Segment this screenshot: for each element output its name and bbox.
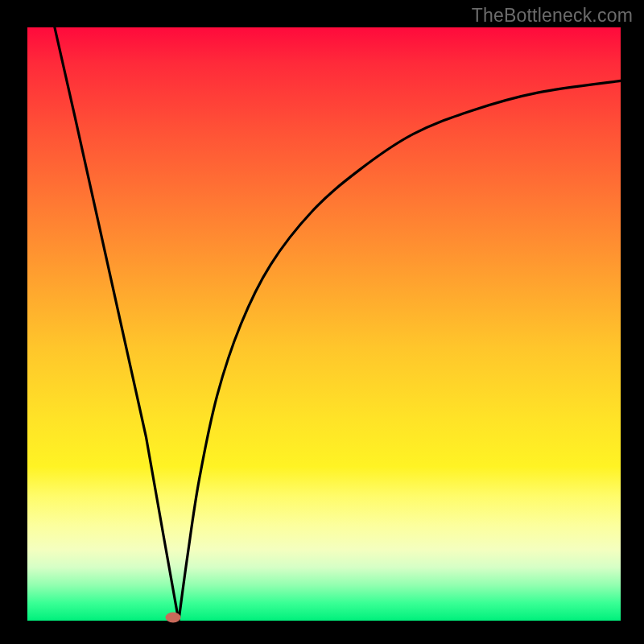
curve-svg: [27, 27, 621, 621]
bottleneck-curve: [55, 27, 621, 621]
chart-frame: TheBottleneck.com: [0, 0, 644, 644]
watermark-text: TheBottleneck.com: [472, 5, 633, 27]
optimum-marker: [165, 612, 180, 622]
plot-area: [27, 27, 621, 621]
